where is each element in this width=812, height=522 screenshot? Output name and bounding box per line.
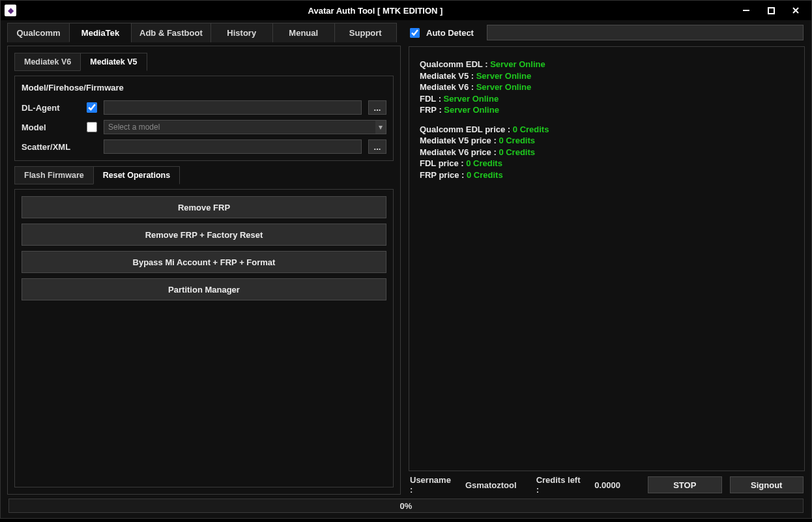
tab-history[interactable]: History: [210, 23, 273, 42]
chevron-down-icon: ▾: [375, 121, 386, 134]
username-value: Gsmatoztool: [465, 480, 517, 490]
log-line: Mediatek V5 : Server Online: [420, 70, 794, 82]
credits-label: Credits left :: [536, 475, 583, 495]
content-area: Qualcomm MediaTek Adb & Fastboot History…: [1, 20, 811, 518]
device-display: [487, 25, 804, 40]
model-dropdown[interactable]: Select a model ▾: [104, 120, 386, 134]
signout-button[interactable]: Signout: [730, 476, 804, 493]
left-column: Qualcomm MediaTek Adb & Fastboot History…: [7, 23, 401, 495]
main-tabs: Qualcomm MediaTek Adb & Fastboot History…: [7, 23, 401, 42]
user-row: Username : Gsmatoztool Credits left : 0.…: [409, 475, 805, 495]
log-line: Mediatek V6 price : 0 Credits: [420, 147, 794, 158]
model-checkbox[interactable]: [87, 122, 97, 132]
svg-rect-1: [768, 8, 774, 14]
dl-agent-checkbox[interactable]: [87, 102, 97, 113]
maximize-button[interactable]: [759, 3, 783, 18]
optab-flash-firmware[interactable]: Flash Firmware: [14, 166, 94, 184]
firehose-group-title: Model/Firehose/Firmware: [22, 83, 386, 93]
scatter-label: Scatter/XML: [22, 142, 80, 152]
app-icon: ◆: [5, 5, 16, 16]
log-line: Mediatek V6 : Server Online: [420, 81, 794, 93]
tab-mediatek[interactable]: MediaTek: [69, 23, 132, 42]
auto-detect-row: Auto Detect: [409, 23, 805, 42]
mediatek-panel: Mediatek V6 Mediatek V5 Model/Firehose/F…: [7, 46, 401, 495]
scatter-input[interactable]: [104, 139, 362, 154]
subtab-mediatek-v5[interactable]: Mediatek V5: [80, 53, 147, 71]
window-buttons: [734, 3, 807, 18]
log-line: FRP : Server Online: [420, 104, 794, 116]
log-line: FDL price : 0 Credits: [420, 158, 794, 169]
bypass-mi-account-button[interactable]: Bypass Mi Account + FRP + Format: [22, 251, 386, 273]
log-line: Mediatek V5 price : 0 Credits: [420, 135, 794, 147]
subtab-mediatek-v6[interactable]: Mediatek V6: [14, 53, 81, 71]
dl-agent-browse-button[interactable]: ...: [368, 100, 386, 115]
dl-agent-input[interactable]: [104, 100, 362, 115]
main-row: Qualcomm MediaTek Adb & Fastboot History…: [7, 23, 805, 495]
tab-support[interactable]: Support: [334, 23, 397, 42]
log-line: FRP price : 0 Credits: [420, 169, 794, 181]
stop-button[interactable]: STOP: [648, 476, 721, 493]
operation-tabs: Flash Firmware Reset Operations: [14, 166, 394, 184]
optab-reset-operations[interactable]: Reset Operations: [93, 166, 181, 184]
close-button[interactable]: [784, 3, 807, 18]
model-row: Model Select a model ▾: [22, 120, 386, 134]
reset-operations-panel: Remove FRP Remove FRP + Factory Reset By…: [14, 189, 394, 487]
auto-detect-label: Auto Detect: [426, 28, 474, 38]
model-label: Model: [22, 123, 80, 132]
firehose-group: Model/Firehose/Firmware DL-Agent ... Mod…: [14, 76, 394, 161]
partition-manager-button[interactable]: Partition Manager: [22, 278, 386, 300]
mediatek-sub-tabs: Mediatek V6 Mediatek V5: [14, 53, 394, 71]
tab-adb-fastboot[interactable]: Adb & Fastboot: [131, 23, 211, 42]
maximize-icon: [768, 7, 775, 14]
tab-qualcomm[interactable]: Qualcomm: [7, 23, 70, 42]
minimize-button[interactable]: [734, 3, 758, 18]
window-title: Avatar Auth Tool [ MTK EDITION ]: [20, 6, 731, 16]
model-dropdown-placeholder: Select a model: [108, 123, 160, 132]
titlebar: ◆ Avatar Auth Tool [ MTK EDITION ]: [1, 1, 811, 20]
tab-manual[interactable]: Menual: [272, 23, 335, 42]
progress-bar: 0%: [8, 499, 804, 513]
scatter-browse-button[interactable]: ...: [368, 139, 386, 154]
remove-frp-factory-reset-button[interactable]: Remove FRP + Factory Reset: [22, 224, 386, 246]
log-line: FDL : Server Online: [420, 93, 794, 105]
dl-agent-label: DL-Agent: [22, 103, 80, 113]
log-line: Qualcomm EDL : Server Online: [420, 59, 794, 70]
remove-frp-button[interactable]: Remove FRP: [22, 196, 386, 218]
progress-text: 0%: [400, 501, 413, 511]
log-output[interactable]: Qualcomm EDL : Server Online Mediatek V5…: [409, 46, 805, 471]
auto-detect-checkbox[interactable]: [410, 28, 420, 38]
credits-value: 0.0000: [594, 480, 620, 490]
app-window: ◆ Avatar Auth Tool [ MTK EDITION ] Qualc…: [0, 0, 812, 519]
log-line: Qualcomm EDL price : 0 Credits: [420, 124, 794, 136]
right-column: Auto Detect Qualcomm EDL : Server Online…: [409, 23, 805, 495]
minimize-icon: [742, 7, 750, 14]
dl-agent-row: DL-Agent ...: [22, 100, 386, 115]
close-icon: [792, 7, 800, 14]
username-label: Username :: [410, 475, 454, 495]
scatter-row: Scatter/XML ...: [22, 139, 386, 154]
